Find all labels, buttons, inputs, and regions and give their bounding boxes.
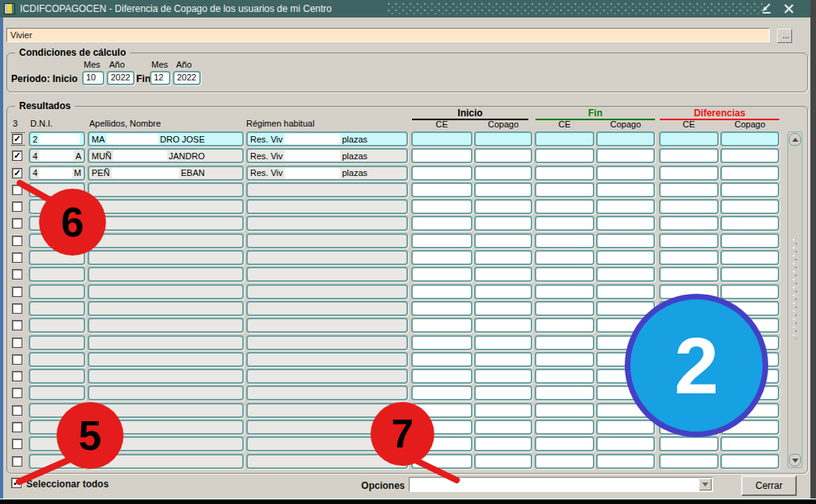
inicio-ce-cell[interactable] bbox=[411, 216, 473, 231]
inicio-ce-cell[interactable] bbox=[411, 335, 473, 350]
fin-copago-cell[interactable] bbox=[596, 301, 655, 316]
diferencias-copago-cell[interactable] bbox=[720, 182, 779, 197]
dni-cell[interactable] bbox=[29, 403, 85, 418]
inicio-ce-cell[interactable] bbox=[411, 284, 473, 299]
dni-cell[interactable] bbox=[29, 436, 85, 451]
inicio-copago-cell[interactable] bbox=[474, 284, 532, 299]
fin-ce-cell[interactable] bbox=[535, 199, 594, 214]
fin-ce-cell[interactable] bbox=[535, 385, 594, 400]
regimen-cell[interactable] bbox=[246, 352, 408, 367]
inicio-copago-cell[interactable] bbox=[474, 301, 532, 316]
nombre-cell[interactable] bbox=[88, 233, 244, 248]
regimen-cell[interactable] bbox=[246, 267, 408, 282]
nombre-cell[interactable] bbox=[88, 335, 244, 350]
dni-cell[interactable] bbox=[29, 250, 85, 265]
dni-cell[interactable] bbox=[29, 385, 85, 400]
fin-copago-cell[interactable] bbox=[596, 199, 655, 214]
row-checkbox[interactable] bbox=[12, 405, 22, 416]
row-checkbox[interactable] bbox=[12, 422, 22, 432]
regimen-cell[interactable] bbox=[246, 301, 408, 316]
inicio-copago-cell[interactable] bbox=[474, 199, 532, 214]
diferencias-ce-cell[interactable] bbox=[659, 250, 719, 265]
inicio-ce-cell[interactable] bbox=[411, 436, 473, 451]
nombre-cell[interactable] bbox=[88, 267, 244, 282]
diferencias-copago-cell[interactable] bbox=[720, 166, 779, 181]
diferencias-copago-cell[interactable] bbox=[720, 352, 779, 367]
dni-cell[interactable]: 4M bbox=[29, 166, 85, 181]
dni-cell[interactable] bbox=[29, 335, 85, 350]
regimen-cell[interactable] bbox=[246, 216, 408, 231]
fin-ce-cell[interactable] bbox=[535, 335, 594, 350]
fin-copago-cell[interactable] bbox=[596, 385, 655, 400]
diferencias-ce-cell[interactable] bbox=[659, 454, 719, 469]
dropdown-arrow-button[interactable] bbox=[699, 479, 712, 490]
fin-copago-cell[interactable] bbox=[596, 284, 655, 299]
nombre-cell[interactable] bbox=[88, 454, 244, 469]
inicio-ce-cell[interactable] bbox=[411, 267, 473, 282]
inicio-ce-cell[interactable] bbox=[411, 182, 473, 197]
fin-copago-cell[interactable] bbox=[596, 352, 655, 367]
diferencias-copago-cell[interactable] bbox=[720, 199, 779, 214]
regimen-cell[interactable]: Res. Vivplazas bbox=[246, 166, 408, 181]
nombre-cell[interactable] bbox=[88, 182, 244, 197]
fin-ce-cell[interactable] bbox=[535, 166, 594, 181]
inicio-copago-cell[interactable] bbox=[474, 454, 532, 469]
row-checkbox[interactable] bbox=[12, 456, 22, 467]
fin-ce-cell[interactable] bbox=[535, 436, 594, 451]
diferencias-ce-cell[interactable] bbox=[659, 166, 719, 181]
inicio-copago-cell[interactable] bbox=[474, 131, 532, 147]
inicio-copago-cell[interactable] bbox=[474, 267, 532, 282]
fin-copago-cell[interactable] bbox=[596, 182, 655, 197]
regimen-cell[interactable] bbox=[246, 436, 408, 451]
scroll-up-button[interactable] bbox=[789, 133, 801, 146]
inicio-copago-cell[interactable] bbox=[474, 182, 532, 197]
nombre-cell[interactable] bbox=[88, 436, 244, 451]
regimen-cell[interactable] bbox=[246, 454, 408, 469]
regimen-cell[interactable] bbox=[246, 318, 408, 333]
fin-copago-cell[interactable] bbox=[596, 318, 655, 333]
inicio-ce-cell[interactable] bbox=[411, 233, 473, 248]
cerrar-button[interactable]: Cerrar bbox=[741, 475, 797, 496]
fin-ce-cell[interactable] bbox=[535, 301, 594, 316]
diferencias-copago-cell[interactable] bbox=[720, 131, 779, 147]
dni-cell[interactable] bbox=[29, 233, 85, 248]
fin-ce-cell[interactable] bbox=[535, 318, 594, 333]
inicio-copago-cell[interactable] bbox=[474, 166, 532, 181]
inicio-ce-cell[interactable] bbox=[411, 166, 473, 181]
fin-copago-cell[interactable] bbox=[596, 403, 655, 418]
fin-ano-field[interactable]: 2022 bbox=[173, 71, 201, 85]
inicio-copago-cell[interactable] bbox=[474, 250, 532, 265]
fin-ce-cell[interactable] bbox=[535, 148, 594, 163]
fin-ce-cell[interactable] bbox=[535, 284, 594, 299]
inicio-ce-cell[interactable] bbox=[411, 385, 473, 400]
fin-ce-cell[interactable] bbox=[535, 369, 594, 384]
regimen-cell[interactable] bbox=[246, 182, 408, 197]
nombre-cell[interactable] bbox=[88, 284, 244, 299]
diferencias-ce-cell[interactable] bbox=[659, 352, 719, 367]
dni-cell[interactable] bbox=[29, 369, 85, 384]
row-checkbox[interactable] bbox=[12, 303, 22, 314]
inicio-ce-cell[interactable] bbox=[411, 352, 473, 367]
dni-cell[interactable]: 2 bbox=[29, 131, 85, 147]
diferencias-ce-cell[interactable] bbox=[659, 267, 719, 282]
diferencias-ce-cell[interactable] bbox=[659, 436, 719, 451]
inicio-copago-cell[interactable] bbox=[474, 335, 532, 350]
diferencias-copago-cell[interactable] bbox=[720, 335, 779, 350]
dni-cell[interactable] bbox=[29, 301, 85, 316]
diferencias-copago-cell[interactable] bbox=[720, 267, 779, 282]
diferencias-copago-cell[interactable] bbox=[720, 454, 779, 469]
nombre-cell[interactable]: PEÑEBAN bbox=[88, 166, 244, 181]
opciones-dropdown[interactable] bbox=[409, 477, 713, 492]
inicio-ce-cell[interactable] bbox=[411, 420, 473, 435]
inicio-copago-cell[interactable] bbox=[474, 385, 532, 400]
diferencias-ce-cell[interactable] bbox=[659, 233, 719, 248]
inicio-ce-cell[interactable] bbox=[411, 454, 473, 469]
nombre-cell[interactable] bbox=[88, 216, 244, 231]
row-checkbox[interactable] bbox=[12, 218, 22, 229]
inicio-ce-cell[interactable] bbox=[411, 369, 473, 384]
inicio-ce-cell[interactable] bbox=[411, 199, 473, 214]
browse-button[interactable]: ... bbox=[777, 29, 792, 43]
diferencias-copago-cell[interactable] bbox=[720, 284, 779, 299]
row-checkbox[interactable] bbox=[12, 236, 22, 246]
row-checkbox[interactable] bbox=[12, 439, 22, 449]
